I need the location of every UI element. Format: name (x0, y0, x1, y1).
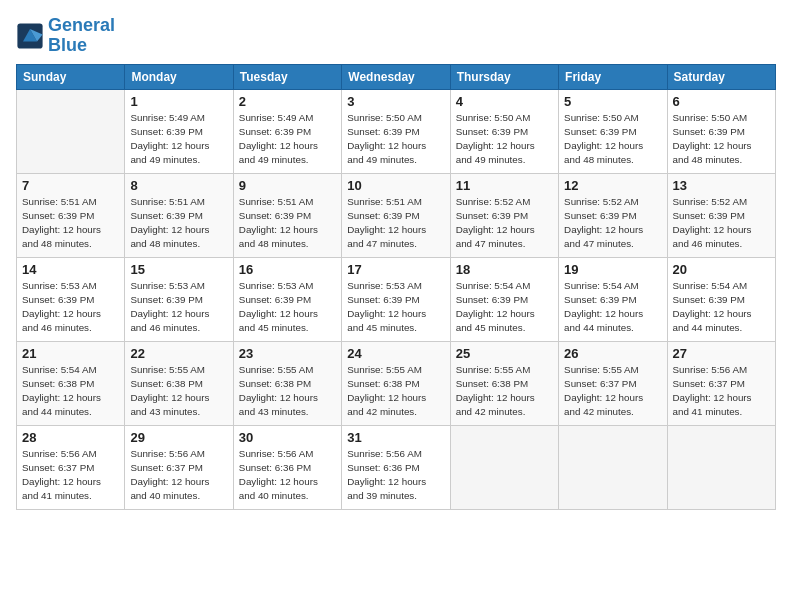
calendar-day-cell: 12Sunrise: 5:52 AMSunset: 6:39 PMDayligh… (559, 173, 667, 257)
day-info: Sunrise: 5:54 AMSunset: 6:39 PMDaylight:… (564, 279, 661, 336)
weekday-header-cell: Sunday (17, 64, 125, 89)
calendar-week-row: 28Sunrise: 5:56 AMSunset: 6:37 PMDayligh… (17, 425, 776, 509)
day-number: 24 (347, 346, 444, 361)
day-info: Sunrise: 5:55 AMSunset: 6:38 PMDaylight:… (239, 363, 336, 420)
logo-icon (16, 22, 44, 50)
calendar-day-cell: 9Sunrise: 5:51 AMSunset: 6:39 PMDaylight… (233, 173, 341, 257)
day-number: 12 (564, 178, 661, 193)
calendar-day-cell: 8Sunrise: 5:51 AMSunset: 6:39 PMDaylight… (125, 173, 233, 257)
day-info: Sunrise: 5:53 AMSunset: 6:39 PMDaylight:… (239, 279, 336, 336)
day-number: 22 (130, 346, 227, 361)
day-number: 7 (22, 178, 119, 193)
day-info: Sunrise: 5:53 AMSunset: 6:39 PMDaylight:… (22, 279, 119, 336)
calendar-body: 1Sunrise: 5:49 AMSunset: 6:39 PMDaylight… (17, 89, 776, 509)
calendar-day-cell: 6Sunrise: 5:50 AMSunset: 6:39 PMDaylight… (667, 89, 775, 173)
calendar-day-cell: 25Sunrise: 5:55 AMSunset: 6:38 PMDayligh… (450, 341, 558, 425)
day-info: Sunrise: 5:50 AMSunset: 6:39 PMDaylight:… (456, 111, 553, 168)
calendar-day-cell (450, 425, 558, 509)
weekday-header-cell: Thursday (450, 64, 558, 89)
calendar-day-cell: 11Sunrise: 5:52 AMSunset: 6:39 PMDayligh… (450, 173, 558, 257)
day-number: 6 (673, 94, 770, 109)
day-number: 19 (564, 262, 661, 277)
day-number: 16 (239, 262, 336, 277)
day-number: 9 (239, 178, 336, 193)
calendar-day-cell: 23Sunrise: 5:55 AMSunset: 6:38 PMDayligh… (233, 341, 341, 425)
day-info: Sunrise: 5:56 AMSunset: 6:37 PMDaylight:… (22, 447, 119, 504)
day-number: 30 (239, 430, 336, 445)
day-info: Sunrise: 5:51 AMSunset: 6:39 PMDaylight:… (347, 195, 444, 252)
calendar-day-cell: 30Sunrise: 5:56 AMSunset: 6:36 PMDayligh… (233, 425, 341, 509)
day-number: 4 (456, 94, 553, 109)
day-number: 27 (673, 346, 770, 361)
day-info: Sunrise: 5:52 AMSunset: 6:39 PMDaylight:… (673, 195, 770, 252)
day-number: 2 (239, 94, 336, 109)
day-number: 11 (456, 178, 553, 193)
logo: General Blue (16, 16, 115, 56)
day-info: Sunrise: 5:54 AMSunset: 6:39 PMDaylight:… (673, 279, 770, 336)
calendar-day-cell: 20Sunrise: 5:54 AMSunset: 6:39 PMDayligh… (667, 257, 775, 341)
day-info: Sunrise: 5:53 AMSunset: 6:39 PMDaylight:… (347, 279, 444, 336)
calendar-day-cell (667, 425, 775, 509)
calendar-week-row: 21Sunrise: 5:54 AMSunset: 6:38 PMDayligh… (17, 341, 776, 425)
day-info: Sunrise: 5:50 AMSunset: 6:39 PMDaylight:… (673, 111, 770, 168)
day-info: Sunrise: 5:54 AMSunset: 6:39 PMDaylight:… (456, 279, 553, 336)
calendar-day-cell: 31Sunrise: 5:56 AMSunset: 6:36 PMDayligh… (342, 425, 450, 509)
calendar-day-cell: 24Sunrise: 5:55 AMSunset: 6:38 PMDayligh… (342, 341, 450, 425)
calendar-day-cell: 3Sunrise: 5:50 AMSunset: 6:39 PMDaylight… (342, 89, 450, 173)
logo-text: General Blue (48, 16, 115, 56)
calendar-day-cell: 19Sunrise: 5:54 AMSunset: 6:39 PMDayligh… (559, 257, 667, 341)
calendar-week-row: 14Sunrise: 5:53 AMSunset: 6:39 PMDayligh… (17, 257, 776, 341)
day-info: Sunrise: 5:56 AMSunset: 6:36 PMDaylight:… (347, 447, 444, 504)
calendar-week-row: 7Sunrise: 5:51 AMSunset: 6:39 PMDaylight… (17, 173, 776, 257)
day-info: Sunrise: 5:54 AMSunset: 6:38 PMDaylight:… (22, 363, 119, 420)
day-info: Sunrise: 5:49 AMSunset: 6:39 PMDaylight:… (239, 111, 336, 168)
calendar-week-row: 1Sunrise: 5:49 AMSunset: 6:39 PMDaylight… (17, 89, 776, 173)
weekday-header-cell: Saturday (667, 64, 775, 89)
calendar-day-cell: 4Sunrise: 5:50 AMSunset: 6:39 PMDaylight… (450, 89, 558, 173)
day-info: Sunrise: 5:56 AMSunset: 6:37 PMDaylight:… (130, 447, 227, 504)
day-number: 17 (347, 262, 444, 277)
calendar-day-cell: 17Sunrise: 5:53 AMSunset: 6:39 PMDayligh… (342, 257, 450, 341)
day-number: 18 (456, 262, 553, 277)
calendar-day-cell: 2Sunrise: 5:49 AMSunset: 6:39 PMDaylight… (233, 89, 341, 173)
day-info: Sunrise: 5:55 AMSunset: 6:38 PMDaylight:… (347, 363, 444, 420)
page-header: General Blue (16, 16, 776, 56)
calendar-day-cell: 13Sunrise: 5:52 AMSunset: 6:39 PMDayligh… (667, 173, 775, 257)
day-info: Sunrise: 5:52 AMSunset: 6:39 PMDaylight:… (456, 195, 553, 252)
day-info: Sunrise: 5:55 AMSunset: 6:37 PMDaylight:… (564, 363, 661, 420)
calendar-day-cell: 18Sunrise: 5:54 AMSunset: 6:39 PMDayligh… (450, 257, 558, 341)
weekday-header-cell: Friday (559, 64, 667, 89)
day-info: Sunrise: 5:50 AMSunset: 6:39 PMDaylight:… (347, 111, 444, 168)
day-info: Sunrise: 5:51 AMSunset: 6:39 PMDaylight:… (22, 195, 119, 252)
day-number: 5 (564, 94, 661, 109)
day-info: Sunrise: 5:49 AMSunset: 6:39 PMDaylight:… (130, 111, 227, 168)
weekday-header-cell: Monday (125, 64, 233, 89)
day-info: Sunrise: 5:51 AMSunset: 6:39 PMDaylight:… (239, 195, 336, 252)
calendar-day-cell: 7Sunrise: 5:51 AMSunset: 6:39 PMDaylight… (17, 173, 125, 257)
calendar-table: SundayMondayTuesdayWednesdayThursdayFrid… (16, 64, 776, 510)
day-number: 15 (130, 262, 227, 277)
calendar-day-cell: 16Sunrise: 5:53 AMSunset: 6:39 PMDayligh… (233, 257, 341, 341)
calendar-day-cell: 5Sunrise: 5:50 AMSunset: 6:39 PMDaylight… (559, 89, 667, 173)
calendar-day-cell: 27Sunrise: 5:56 AMSunset: 6:37 PMDayligh… (667, 341, 775, 425)
day-number: 21 (22, 346, 119, 361)
day-info: Sunrise: 5:50 AMSunset: 6:39 PMDaylight:… (564, 111, 661, 168)
day-info: Sunrise: 5:51 AMSunset: 6:39 PMDaylight:… (130, 195, 227, 252)
calendar-day-cell: 14Sunrise: 5:53 AMSunset: 6:39 PMDayligh… (17, 257, 125, 341)
day-info: Sunrise: 5:53 AMSunset: 6:39 PMDaylight:… (130, 279, 227, 336)
day-number: 8 (130, 178, 227, 193)
day-number: 13 (673, 178, 770, 193)
day-info: Sunrise: 5:52 AMSunset: 6:39 PMDaylight:… (564, 195, 661, 252)
calendar-day-cell: 28Sunrise: 5:56 AMSunset: 6:37 PMDayligh… (17, 425, 125, 509)
day-info: Sunrise: 5:55 AMSunset: 6:38 PMDaylight:… (456, 363, 553, 420)
day-number: 26 (564, 346, 661, 361)
calendar-day-cell (17, 89, 125, 173)
calendar-day-cell (559, 425, 667, 509)
calendar-day-cell: 21Sunrise: 5:54 AMSunset: 6:38 PMDayligh… (17, 341, 125, 425)
calendar-day-cell: 1Sunrise: 5:49 AMSunset: 6:39 PMDaylight… (125, 89, 233, 173)
day-number: 31 (347, 430, 444, 445)
day-number: 25 (456, 346, 553, 361)
weekday-header-cell: Tuesday (233, 64, 341, 89)
calendar-day-cell: 15Sunrise: 5:53 AMSunset: 6:39 PMDayligh… (125, 257, 233, 341)
calendar-day-cell: 29Sunrise: 5:56 AMSunset: 6:37 PMDayligh… (125, 425, 233, 509)
